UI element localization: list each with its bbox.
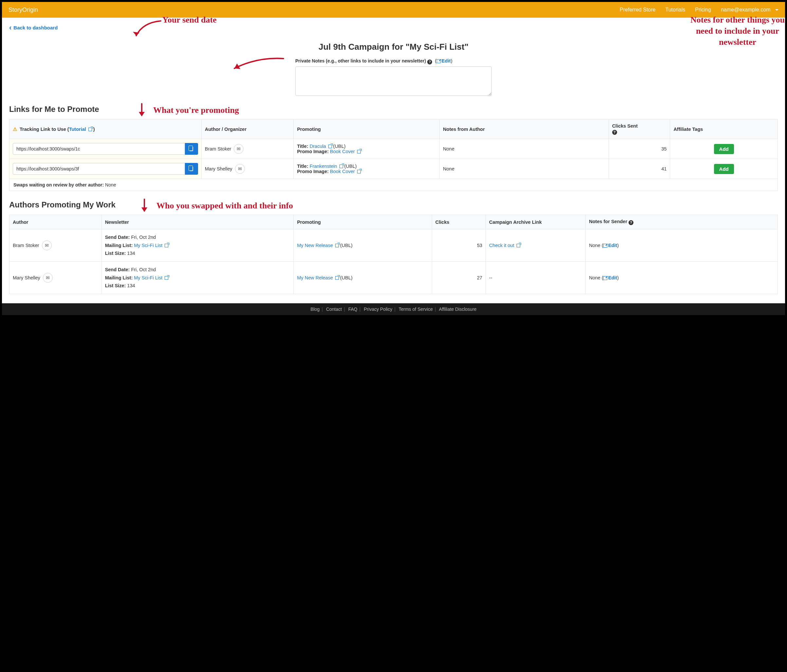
nav-tutorials[interactable]: Tutorials bbox=[665, 7, 685, 13]
back-to-dashboard-link[interactable]: Back to dashboard bbox=[9, 25, 58, 30]
nav-user-menu[interactable]: name@example.com bbox=[721, 7, 779, 13]
copy-icon bbox=[190, 167, 193, 171]
external-link-icon bbox=[88, 128, 92, 131]
col-clicks: Clicks Sent? bbox=[608, 120, 670, 139]
add-button[interactable]: Add bbox=[714, 144, 734, 154]
mail-button[interactable]: ✉ bbox=[234, 144, 243, 154]
col-notes: Notes from Author bbox=[440, 120, 608, 139]
notes-cell: None bbox=[440, 159, 608, 179]
edit-notes-link[interactable]: Edit bbox=[608, 243, 617, 248]
table-row: Mary Shelley ✉ Send Date: Fri, Oct 2nd M… bbox=[9, 262, 778, 294]
tutorial-link[interactable]: Tutorial bbox=[69, 126, 92, 132]
mail-button[interactable]: ✉ bbox=[43, 273, 53, 283]
promoting-link[interactable]: My New Release bbox=[297, 243, 339, 248]
archive-cell: -- bbox=[486, 262, 586, 294]
col-author: Author bbox=[9, 215, 102, 229]
col-author: Author / Organizer bbox=[201, 120, 294, 139]
edit-notes-link[interactable]: Edit bbox=[608, 275, 617, 281]
envelope-icon: ✉ bbox=[46, 275, 50, 281]
clicks-cell: 27 bbox=[432, 262, 485, 294]
clicks-cell: 35 bbox=[608, 139, 670, 159]
promo-image-link[interactable]: Book Cover bbox=[330, 169, 361, 174]
arrow-icon bbox=[228, 55, 287, 75]
col-tracking-link: ⚠ Tracking Link to Use (Tutorial ) bbox=[9, 120, 202, 139]
external-link-icon bbox=[335, 244, 339, 247]
mail-button[interactable]: ✉ bbox=[42, 240, 52, 250]
envelope-icon: ✉ bbox=[238, 166, 242, 172]
promote-table: ⚠ Tracking Link to Use (Tutorial ) Autho… bbox=[9, 119, 778, 179]
edit-icon bbox=[603, 276, 607, 280]
external-link-icon bbox=[357, 170, 361, 174]
notes-cell: None bbox=[440, 139, 608, 159]
title-link[interactable]: Dracula bbox=[310, 144, 332, 149]
copy-icon bbox=[190, 147, 193, 151]
mailing-list-link[interactable]: My Sci-Fi List bbox=[134, 243, 168, 248]
external-link-icon bbox=[165, 276, 168, 280]
svg-marker-0 bbox=[133, 32, 139, 36]
external-link-icon bbox=[165, 244, 168, 247]
mailing-list-link[interactable]: My Sci-Fi List bbox=[134, 275, 168, 281]
envelope-icon: ✉ bbox=[45, 243, 49, 248]
tracking-url-input[interactable] bbox=[13, 143, 185, 155]
help-icon[interactable]: ? bbox=[629, 220, 634, 225]
edit-icon bbox=[437, 59, 441, 63]
col-archive: Campaign Archive Link bbox=[486, 215, 586, 229]
private-notes-block: Private Notes (e.g., other links to incl… bbox=[295, 58, 492, 97]
clicks-cell: 41 bbox=[608, 159, 670, 179]
svg-marker-1 bbox=[234, 63, 240, 69]
footer-link[interactable]: Blog bbox=[310, 306, 319, 312]
private-notes-textarea[interactable] bbox=[295, 66, 492, 96]
archive-link[interactable]: Check it out bbox=[489, 243, 520, 248]
top-bar: StoryOrigin Preferred Store Tutorials Pr… bbox=[2, 2, 785, 18]
col-promoting: Promoting bbox=[294, 120, 440, 139]
promoters-table: Author Newsletter Promoting Clicks Campa… bbox=[9, 215, 778, 294]
nav-pricing[interactable]: Pricing bbox=[695, 7, 711, 13]
user-email: name@example.com bbox=[721, 7, 770, 13]
external-link-icon bbox=[328, 145, 332, 148]
author-name: Bram Stoker bbox=[205, 146, 231, 151]
col-notes-sender: Notes for Sender ? bbox=[586, 215, 778, 229]
author-name: Mary Shelley bbox=[205, 166, 232, 172]
copy-button[interactable] bbox=[185, 163, 198, 175]
section-title-promote: Links for Me to Promote bbox=[9, 105, 778, 114]
footer-link[interactable]: Contact bbox=[326, 306, 342, 312]
title-link[interactable]: Frankenstein bbox=[310, 164, 343, 169]
clicks-cell: 53 bbox=[432, 229, 485, 262]
notes-label: Private Notes (e.g., other links to incl… bbox=[295, 58, 426, 63]
footer-link[interactable]: Terms of Service bbox=[399, 306, 433, 312]
copy-button[interactable] bbox=[185, 143, 198, 155]
tracking-url-input[interactable] bbox=[13, 163, 185, 175]
footer: Blog| Contact| FAQ| Privacy Policy| Term… bbox=[2, 303, 785, 315]
table-row: Bram Stoker ✉ Title: Dracula (UBL) Promo… bbox=[9, 139, 778, 159]
author-name: Mary Shelley bbox=[13, 275, 40, 281]
col-newsletter: Newsletter bbox=[101, 215, 294, 229]
external-link-icon bbox=[340, 164, 343, 168]
arrow-icon bbox=[130, 18, 166, 41]
warning-icon: ⚠ bbox=[13, 126, 17, 132]
footer-link[interactable]: Affiliate Disclosure bbox=[439, 306, 477, 312]
promoting-link[interactable]: My New Release bbox=[297, 275, 339, 281]
col-promoting: Promoting bbox=[294, 215, 432, 229]
footer-link[interactable]: FAQ bbox=[348, 306, 357, 312]
promo-image-link[interactable]: Book Cover bbox=[330, 149, 361, 154]
table-row: Bram Stoker ✉ Send Date: Fri, Oct 2nd Ma… bbox=[9, 229, 778, 262]
external-link-icon bbox=[517, 244, 520, 247]
external-link-icon bbox=[335, 276, 339, 280]
edit-icon bbox=[603, 244, 607, 248]
col-clicks: Clicks bbox=[432, 215, 485, 229]
nav-preferred-store[interactable]: Preferred Store bbox=[620, 7, 656, 13]
help-icon[interactable]: ? bbox=[427, 60, 432, 65]
author-name: Bram Stoker bbox=[13, 243, 39, 248]
footer-link[interactable]: Privacy Policy bbox=[364, 306, 392, 312]
help-icon[interactable]: ? bbox=[612, 130, 617, 135]
table-row: Mary Shelley ✉ Title: Frankenstein (UBL)… bbox=[9, 159, 778, 179]
brand-logo[interactable]: StoryOrigin bbox=[8, 6, 620, 13]
section-title-promoters: Authors Promoting My Work bbox=[9, 200, 778, 210]
edit-notes-link[interactable]: Edit bbox=[442, 58, 451, 63]
mail-button[interactable]: ✉ bbox=[235, 164, 245, 174]
swaps-waiting-footer: Swaps waiting on review by other author:… bbox=[9, 179, 778, 191]
page-title: Jul 9th Campaign for "My Sci-Fi List" bbox=[9, 42, 778, 52]
col-tags: Affiliate Tags bbox=[670, 120, 778, 139]
add-button[interactable]: Add bbox=[714, 164, 734, 174]
envelope-icon: ✉ bbox=[237, 146, 240, 151]
